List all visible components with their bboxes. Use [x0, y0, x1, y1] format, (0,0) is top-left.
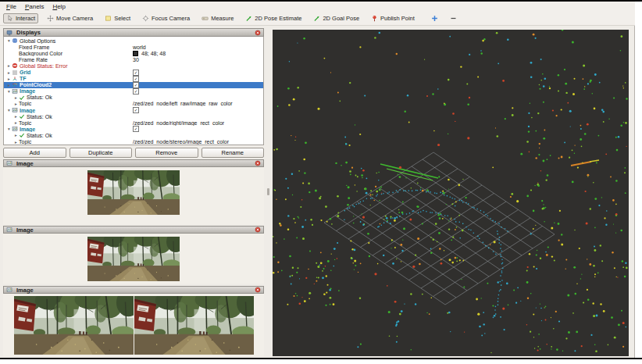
tool-2d-goal-pose[interactable]: 2D Goal Pose: [310, 13, 362, 23]
tree-row-topic[interactable]: ▸Topic/zed/zed_node/stereo/image_rect_co…: [4, 139, 263, 145]
property-value[interactable]: world: [133, 45, 146, 50]
property-name: Topic: [19, 120, 31, 126]
tree-row-global-status-error[interactable]: ▸Global Status: Error: [4, 62, 263, 69]
expander-closed-icon[interactable]: ▸: [13, 120, 19, 125]
visibility-checkbox[interactable]: ✓: [133, 82, 139, 88]
tree-row-status-ok[interactable]: ▸Status: Ok: [4, 132, 263, 138]
property-value[interactable]: /zed/zed_node/left_raw/image_raw_color: [133, 101, 233, 106]
interact-icon: [6, 15, 13, 22]
tree-row-image[interactable]: ▾Image✓: [4, 126, 263, 132]
expander-closed-icon[interactable]: ▸: [13, 114, 19, 119]
property-value[interactable]: 30: [133, 57, 139, 62]
no-entry-icon: [12, 62, 18, 69]
panel-splitter[interactable]: [265, 28, 272, 356]
expander-open-icon[interactable]: ▾: [6, 108, 12, 112]
tree-row-pointcloud2[interactable]: ▸PointCloud2✓: [4, 82, 263, 88]
close-icon: [255, 30, 261, 36]
expander-closed-icon[interactable]: ▸: [13, 102, 19, 106]
close-panel-button[interactable]: [255, 287, 261, 293]
duplicate-button[interactable]: Duplicate: [70, 148, 133, 158]
close-panel-button[interactable]: [255, 30, 261, 36]
goal-arrow-icon: [313, 15, 320, 22]
tree-row-background-color[interactable]: Background Color48; 48; 48: [4, 50, 263, 56]
tool-focus-camera[interactable]: Focus Camera: [139, 13, 193, 23]
grid-icon: [12, 70, 18, 76]
image-hdr-icon: [6, 227, 12, 233]
remove-tool-button[interactable]: [447, 13, 460, 23]
tool-select[interactable]: Select: [102, 13, 134, 23]
expander-closed-icon[interactable]: ▸: [6, 77, 12, 81]
color-swatch: [133, 51, 138, 56]
focus-camera-icon: [142, 15, 149, 22]
tool-label: Interact: [16, 15, 35, 22]
visibility-checkbox[interactable]: ✓: [133, 107, 139, 113]
visibility-checkbox[interactable]: ✓: [133, 76, 139, 82]
rename-button[interactable]: Rename: [202, 148, 265, 158]
displays-tree: ▾Global OptionsFixed FrameworldBackgroun…: [3, 37, 264, 145]
expander-closed-icon[interactable]: ▸: [13, 140, 19, 145]
image-panel-title: Image: [16, 160, 34, 167]
property-name: Topic: [19, 101, 31, 106]
tool-measure[interactable]: Measure: [198, 13, 237, 23]
expander-open-icon[interactable]: ▾: [6, 127, 12, 131]
tool-label: Measure: [211, 15, 234, 22]
splitter-handle-icon[interactable]: [267, 188, 269, 195]
property-name: Frame Rate: [19, 57, 48, 62]
pose-arrow-icon: [245, 15, 252, 22]
tool-interact[interactable]: Interact: [3, 13, 38, 23]
tool-publish-point[interactable]: Publish Point: [368, 13, 418, 23]
camera-image: [134, 296, 254, 355]
tree-row-global-options[interactable]: ▾Global Options: [4, 37, 263, 44]
camera-image-right: [134, 296, 254, 355]
tool-move-camera[interactable]: Move Camera: [44, 13, 96, 23]
tree-row-status-ok[interactable]: ▸Status: Ok: [4, 95, 263, 101]
expander-closed-icon[interactable]: ▸: [6, 63, 12, 68]
expander-open-icon[interactable]: ▾: [6, 89, 12, 94]
check-icon: [19, 113, 25, 120]
property-name: Fixed Frame: [19, 45, 49, 50]
visibility-checkbox[interactable]: ✓: [133, 88, 139, 95]
tree-row-status-ok[interactable]: ▸Status: Ok: [4, 113, 263, 120]
tree-row-tf[interactable]: ▸TF✓: [4, 76, 263, 82]
displays-panel-header: Displays: [3, 28, 264, 37]
tree-row-frame-rate[interactable]: Frame Rate30: [4, 56, 263, 62]
expander-closed-icon[interactable]: ▸: [13, 133, 19, 137]
remove-button[interactable]: Remove: [135, 148, 198, 158]
menu-panels[interactable]: Panels: [25, 3, 44, 10]
close-panel-button[interactable]: [255, 160, 261, 166]
expander-closed-icon[interactable]: ▸: [6, 70, 12, 75]
property-value[interactable]: /zed/zed_node/right/image_rect_color: [133, 120, 224, 126]
visibility-checkbox[interactable]: ✓: [133, 70, 139, 76]
menu-file[interactable]: File: [6, 3, 16, 10]
image-panel-title: Image: [16, 227, 34, 234]
add-button[interactable]: Add: [3, 148, 66, 158]
image-panel-title: Image: [16, 287, 34, 294]
camera-image: [14, 296, 134, 355]
check-icon: [19, 95, 25, 101]
menu-help[interactable]: Help: [52, 3, 65, 10]
property-name: Status: Ok: [27, 133, 52, 138]
minus-tool-icon: [450, 15, 457, 22]
render-view-3d[interactable]: [273, 30, 629, 356]
expander-closed-icon[interactable]: ▸: [13, 95, 19, 100]
property-name: Topic: [19, 139, 31, 145]
image-panel-header: Image: [3, 159, 264, 167]
displays-buttons: AddDuplicateRemoveRename: [3, 148, 264, 158]
property-value[interactable]: 48; 48; 48: [141, 51, 166, 56]
close-panel-button[interactable]: [255, 227, 261, 233]
tree-row-grid[interactable]: ▸Grid✓: [4, 69, 263, 75]
menu-bar: FilePanelsHelp: [0, 2, 635, 12]
expander-open-icon[interactable]: ▾: [6, 38, 12, 43]
tool-label: 2D Goal Pose: [323, 15, 359, 22]
visibility-checkbox[interactable]: ✓: [133, 126, 139, 132]
tree-row-image[interactable]: ▾Image✓: [4, 107, 263, 113]
tree-row-fixed-frame[interactable]: Fixed Frameworld: [4, 44, 263, 50]
select-icon: [105, 15, 112, 22]
property-value[interactable]: /zed/zed_node/stereo/image_rect_color: [133, 139, 229, 145]
add-tool-button[interactable]: [428, 13, 441, 23]
expander-closed-icon[interactable]: ▸: [6, 83, 12, 87]
tool-2d-pose-estimate[interactable]: 2D Pose Estimate: [242, 13, 305, 23]
tree-row-topic[interactable]: ▸Topic/zed/zed_node/right/image_rect_col…: [4, 120, 263, 126]
tree-row-image[interactable]: ▾Image✓: [4, 88, 263, 95]
tree-row-topic[interactable]: ▸Topic/zed/zed_node/left_raw/image_raw_c…: [4, 101, 263, 107]
